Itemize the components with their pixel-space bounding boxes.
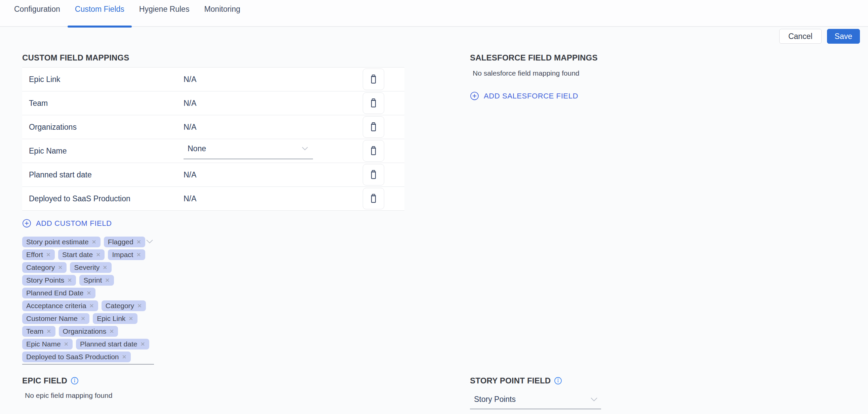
- chip-label: Start date: [62, 251, 93, 259]
- chip-label: Effort: [26, 251, 43, 259]
- chip-close-icon[interactable]: ✕: [136, 252, 141, 258]
- select-value: Story Points: [474, 395, 516, 404]
- epic-field-title: EPIC FIELD: [22, 376, 404, 385]
- info-icon[interactable]: [71, 377, 79, 385]
- custom-field-mappings-title: CUSTOM FIELD MAPPINGS: [22, 53, 404, 63]
- chip-list: Story point estimate✕ Flagged✕ Effort✕ S…: [22, 236, 154, 362]
- chip-label: Customer Name: [26, 315, 78, 323]
- table-row: Team N/A: [22, 91, 404, 115]
- chip-close-icon[interactable]: ✕: [67, 278, 72, 283]
- chip: Epic Name✕: [22, 339, 72, 349]
- add-custom-field-label: ADD CUSTOM FIELD: [36, 219, 112, 228]
- chip: Effort✕: [22, 249, 55, 260]
- story-point-field-title-text: STORY POINT FIELD: [470, 376, 551, 385]
- chip-label: Acceptance criteria: [26, 302, 86, 310]
- custom-field-mappings-table: Epic Link N/A Team N/A Organizat: [22, 67, 404, 211]
- field-name: Epic Link: [29, 75, 184, 84]
- delete-field-button[interactable]: [363, 140, 384, 162]
- salesforce-empty-text: No salesforce field mapping found: [470, 69, 846, 77]
- chip-label: Planned End Date: [26, 289, 83, 297]
- epic-field-select[interactable]: [22, 406, 153, 414]
- field-value: N/A: [184, 123, 363, 132]
- chip: Start date✕: [58, 249, 104, 260]
- chip-close-icon[interactable]: ✕: [136, 239, 141, 245]
- field-name: Deployed to SaaS Production: [29, 194, 184, 203]
- tab-custom-fields[interactable]: Custom Fields: [68, 0, 132, 27]
- chip-close-icon[interactable]: ✕: [102, 265, 107, 270]
- chip-close-icon[interactable]: ✕: [58, 265, 63, 270]
- table-row: Epic Link N/A: [22, 68, 404, 91]
- trash-icon: [369, 122, 378, 132]
- chip-label: Epic Link: [97, 315, 125, 323]
- custom-fields-multiselect[interactable]: Story point estimate✕ Flagged✕ Effort✕ S…: [22, 236, 154, 364]
- tab-monitoring[interactable]: Monitoring: [197, 0, 247, 27]
- chip-close-icon[interactable]: ✕: [96, 252, 100, 258]
- delete-field-button[interactable]: [363, 164, 384, 186]
- chip: Team✕: [22, 326, 56, 337]
- epic-field-empty-text: No epic field mapping found: [22, 391, 404, 400]
- chip-label: Story point estimate: [26, 238, 89, 246]
- chip: Impact✕: [108, 249, 145, 260]
- chip-close-icon[interactable]: ✕: [46, 329, 51, 335]
- trash-icon: [369, 98, 378, 108]
- delete-field-button[interactable]: [363, 92, 384, 114]
- chip-close-icon[interactable]: ✕: [137, 303, 142, 309]
- chip-close-icon[interactable]: ✕: [81, 316, 85, 322]
- chip: Story Points✕: [22, 275, 76, 286]
- chip-close-icon[interactable]: ✕: [86, 290, 91, 296]
- chip-close-icon[interactable]: ✕: [140, 342, 145, 347]
- trash-icon: [369, 146, 378, 156]
- chevron-down-icon: [302, 147, 308, 151]
- chip-label: Severity: [74, 263, 99, 272]
- chip-close-icon[interactable]: ✕: [92, 239, 96, 245]
- chip-label: Planned start date: [80, 340, 137, 348]
- chip-close-icon[interactable]: ✕: [128, 316, 133, 322]
- delete-field-button[interactable]: [363, 188, 384, 209]
- story-point-field-section: STORY POINT FIELD Story Points: [470, 376, 846, 414]
- field-value: N/A: [184, 99, 363, 108]
- chip-label: Epic Name: [26, 340, 61, 348]
- chip: Organizations✕: [59, 326, 118, 337]
- plus-circle-icon: [22, 219, 31, 228]
- tab-hygiene-rules[interactable]: Hygiene Rules: [132, 0, 197, 27]
- chip-label: Impact: [112, 251, 133, 259]
- cancel-button[interactable]: Cancel: [779, 29, 822, 44]
- field-name: Team: [29, 99, 184, 108]
- chip: Customer Name✕: [22, 313, 89, 324]
- chip-close-icon[interactable]: ✕: [46, 252, 51, 258]
- chip-close-icon[interactable]: ✕: [109, 329, 114, 335]
- chip-label: Category: [105, 302, 134, 310]
- chip: Category✕: [22, 262, 67, 273]
- delete-field-button[interactable]: [363, 116, 384, 138]
- chevron-down-icon[interactable]: [146, 239, 153, 244]
- story-point-field-select[interactable]: Story Points: [470, 392, 601, 409]
- field-value-select[interactable]: None: [184, 143, 313, 159]
- delete-field-button[interactable]: [363, 69, 384, 90]
- chip-label: Sprint: [83, 276, 102, 284]
- chip: Sprint✕: [79, 275, 114, 286]
- table-row: Organizations N/A: [22, 115, 404, 139]
- field-name: Epic Name: [29, 147, 184, 156]
- info-icon[interactable]: [554, 377, 562, 385]
- tab-configuration[interactable]: Configuration: [7, 0, 68, 27]
- epic-field-title-text: EPIC FIELD: [22, 376, 67, 385]
- field-value: N/A: [184, 170, 363, 180]
- chip-close-icon[interactable]: ✕: [122, 354, 127, 360]
- chip-close-icon[interactable]: ✕: [105, 278, 110, 283]
- add-custom-field-button[interactable]: ADD CUSTOM FIELD: [22, 219, 112, 228]
- chip: Category✕: [101, 300, 146, 311]
- table-row: Epic Name None: [22, 139, 404, 163]
- action-bar: Cancel Save: [0, 29, 868, 44]
- chip-close-icon[interactable]: ✕: [89, 303, 94, 309]
- save-button[interactable]: Save: [827, 29, 860, 44]
- chip-close-icon[interactable]: ✕: [64, 342, 69, 347]
- tab-bar: Configuration Custom Fields Hygiene Rule…: [0, 0, 868, 27]
- chip: Story point estimate✕: [22, 236, 100, 247]
- chip: Planned start date✕: [76, 339, 149, 349]
- main-content: CUSTOM FIELD MAPPINGS Epic Link N/A Team…: [0, 53, 868, 414]
- select-value: None: [188, 144, 206, 153]
- chip: Epic Link✕: [93, 313, 137, 324]
- add-salesforce-field-label: ADD SALESFORCE FIELD: [484, 92, 578, 100]
- add-salesforce-field-button[interactable]: ADD SALESFORCE FIELD: [470, 91, 578, 100]
- salesforce-field-mappings-title: SALESFORCE FIELD MAPPINGS: [470, 53, 846, 63]
